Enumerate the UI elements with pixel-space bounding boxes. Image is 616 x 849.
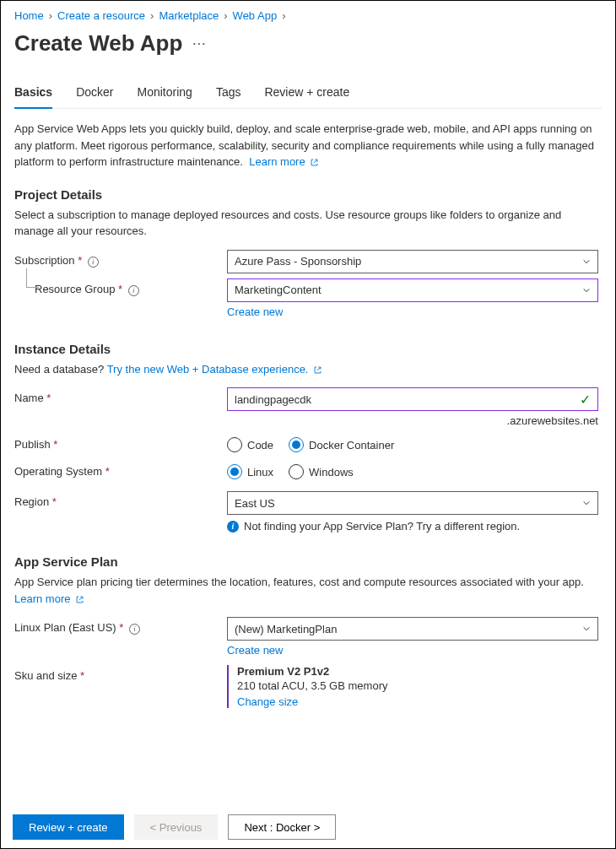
external-link-icon: [75, 595, 84, 604]
chevron-right-icon: ›: [282, 9, 285, 22]
tab-monitoring[interactable]: Monitoring: [138, 80, 192, 109]
chevron-right-icon: ›: [150, 9, 154, 22]
create-new-plan-link[interactable]: Create new: [227, 644, 283, 657]
os-radio-linux[interactable]: Linux: [227, 464, 273, 479]
linux-plan-label: Linux Plan (East US) * i: [14, 617, 227, 635]
publish-radio-docker[interactable]: Docker Container: [289, 437, 394, 452]
external-link-icon: [310, 158, 319, 167]
tab-docker[interactable]: Docker: [76, 80, 113, 109]
database-prompt: Need a database? Try the new Web + Datab…: [14, 361, 602, 378]
subscription-select[interactable]: Azure Pass - Sponsorship: [227, 250, 598, 273]
breadcrumb-marketplace[interactable]: Marketplace: [159, 9, 219, 22]
name-input[interactable]: landingpagecdk ✓: [227, 387, 598, 411]
breadcrumb-create-resource[interactable]: Create a resource: [57, 9, 145, 22]
chevron-down-icon: [582, 286, 591, 295]
sku-title: Premium V2 P1v2: [237, 665, 598, 678]
change-size-link[interactable]: Change size: [237, 695, 298, 708]
breadcrumb: Home › Create a resource › Marketplace ›…: [14, 9, 602, 22]
tab-bar: Basics Docker Monitoring Tags Review + c…: [14, 80, 602, 109]
check-icon: ✓: [580, 392, 591, 408]
more-options-icon[interactable]: ···: [192, 37, 207, 50]
chevron-right-icon: ›: [224, 9, 227, 22]
plan-learn-more-link[interactable]: Learn more: [14, 592, 84, 605]
linux-plan-select[interactable]: (New) MarketingPlan: [227, 617, 598, 641]
resource-group-select[interactable]: MarketingContent: [227, 278, 598, 302]
project-details-desc: Select a subscription to manage deployed…: [14, 207, 602, 240]
chevron-down-icon: [582, 257, 591, 266]
tab-basics[interactable]: Basics: [14, 80, 52, 109]
chevron-right-icon: ›: [49, 9, 52, 22]
tab-tags[interactable]: Tags: [216, 80, 241, 109]
intro-text: App Service Web Apps lets you quickly bu…: [14, 121, 602, 170]
region-label: Region *: [14, 491, 227, 508]
tab-review-create[interactable]: Review + create: [264, 80, 349, 109]
create-new-rg-link[interactable]: Create new: [227, 306, 283, 318]
sku-subtitle: 210 total ACU, 3.5 GB memory: [237, 679, 598, 692]
os-label: Operating System *: [14, 461, 227, 478]
sku-label: Sku and size *: [14, 665, 227, 682]
chevron-down-icon: [582, 625, 591, 633]
database-experience-link[interactable]: Try the new Web + Database experience.: [107, 363, 322, 376]
instance-details-heading: Instance Details: [14, 342, 602, 356]
os-radio-windows[interactable]: Windows: [289, 464, 354, 479]
publish-label: Publish *: [14, 434, 227, 451]
app-service-plan-desc: App Service plan pricing tier determines…: [14, 574, 602, 607]
breadcrumb-home[interactable]: Home: [14, 9, 44, 22]
sku-block: Premium V2 P1v2 210 total ACU, 3.5 GB me…: [227, 665, 598, 708]
external-link-icon: [313, 365, 322, 375]
subscription-label: Subscription * i: [14, 250, 227, 268]
info-icon[interactable]: i: [128, 285, 139, 296]
info-icon[interactable]: i: [129, 624, 140, 635]
name-suffix: .azurewebsites.net: [227, 414, 598, 427]
next-button[interactable]: Next : Docker >: [228, 814, 336, 840]
name-label: Name *: [14, 387, 227, 404]
review-create-button[interactable]: Review + create: [13, 814, 124, 840]
learn-more-link[interactable]: Learn more: [249, 155, 319, 168]
previous-button: < Previous: [134, 814, 219, 840]
region-select[interactable]: East US: [227, 491, 598, 515]
breadcrumb-web-app[interactable]: Web App: [233, 9, 278, 22]
info-icon: i: [227, 521, 239, 533]
app-service-plan-heading: App Service Plan: [14, 554, 602, 569]
resource-group-label: Resource Group * i: [35, 278, 227, 296]
project-details-heading: Project Details: [14, 187, 602, 202]
page-title: Create Web App: [14, 30, 182, 57]
publish-radio-code[interactable]: Code: [227, 437, 273, 452]
info-icon[interactable]: i: [88, 257, 99, 268]
footer-bar: Review + create < Previous Next : Docker…: [1, 806, 615, 848]
chevron-down-icon: [582, 499, 591, 507]
region-hint: i Not finding your App Service Plan? Try…: [227, 520, 598, 533]
